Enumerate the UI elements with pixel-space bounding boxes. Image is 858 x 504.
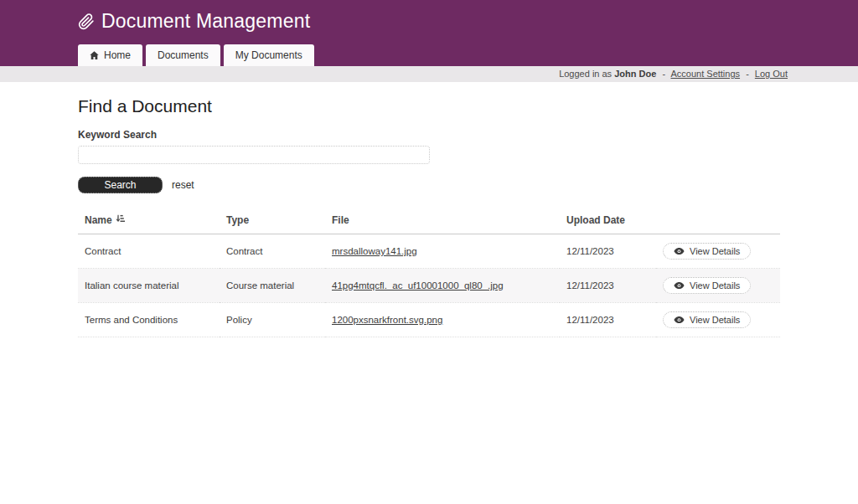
eye-icon	[674, 248, 685, 255]
tab-documents[interactable]: Documents	[146, 44, 220, 66]
paperclip-icon	[78, 13, 95, 31]
tab-my-documents[interactable]: My Documents	[224, 44, 314, 66]
tab-home[interactable]: Home	[78, 44, 142, 66]
column-header-actions	[656, 208, 780, 234]
doc-type: Policy	[220, 303, 325, 337]
doc-type: Course material	[220, 269, 325, 303]
doc-upload-date: 12/11/2023	[560, 303, 656, 337]
documents-table: Name Type File Upload Date	[78, 208, 780, 337]
keyword-search-input[interactable]	[78, 146, 430, 164]
doc-type: Contract	[220, 234, 325, 269]
tab-my-documents-label: My Documents	[235, 44, 302, 66]
view-details-button[interactable]: View Details	[663, 311, 751, 328]
column-header-name[interactable]: Name	[78, 208, 220, 234]
table-header-row: Name Type File Upload Date	[78, 208, 780, 234]
doc-name: Italian course material	[78, 269, 220, 303]
eye-icon	[674, 282, 685, 290]
home-icon	[90, 51, 99, 60]
account-settings-link[interactable]: Account Settings	[671, 69, 741, 79]
app-title: Document Management	[78, 10, 780, 33]
doc-name: Terms and Conditions	[78, 303, 220, 337]
tab-documents-label: Documents	[158, 44, 209, 66]
doc-file-link[interactable]: 1200pxsnarkfront.svg.png	[332, 315, 442, 325]
doc-name: Contract	[78, 234, 220, 269]
table-row: Italian course material Course material …	[78, 269, 780, 303]
view-details-button[interactable]: View Details	[663, 243, 751, 260]
app-header: Document Management Home Documents My Do…	[0, 0, 858, 66]
search-button[interactable]: Search	[78, 177, 163, 193]
app-title-text: Document Management	[101, 10, 310, 33]
keyword-search-label: Keyword Search	[78, 129, 780, 141]
doc-file-link[interactable]: mrsdalloway141.jpg	[332, 246, 417, 256]
logged-in-username: John Doe	[614, 69, 656, 79]
view-details-button[interactable]: View Details	[663, 277, 751, 294]
view-details-label: View Details	[690, 315, 740, 325]
sort-icon	[116, 214, 125, 226]
separator: -	[746, 69, 749, 79]
separator: -	[662, 69, 665, 79]
column-header-file: File	[325, 208, 560, 234]
view-details-label: View Details	[690, 280, 740, 291]
table-row: Contract Contract mrsdalloway141.jpg 12/…	[78, 234, 780, 269]
doc-file-link[interactable]: 41pg4mtqcfl._ac_uf10001000_ql80_.jpg	[332, 280, 504, 291]
main-content: Find a Document Keyword Search Search re…	[78, 96, 780, 337]
eye-icon	[674, 316, 685, 324]
table-row: Terms and Conditions Policy 1200pxsnarkf…	[78, 303, 780, 337]
main-nav: Home Documents My Documents	[78, 44, 314, 66]
logged-in-prefix: Logged in as	[559, 69, 612, 79]
tab-home-label: Home	[104, 44, 131, 66]
account-bar: Logged in as John Doe - Account Settings…	[0, 66, 858, 82]
view-details-label: View Details	[690, 246, 740, 256]
doc-upload-date: 12/11/2023	[560, 234, 656, 269]
log-out-link[interactable]: Log Out	[755, 69, 788, 79]
page-title: Find a Document	[78, 96, 780, 116]
column-header-upload-date: Upload Date	[560, 208, 656, 234]
doc-upload-date: 12/11/2023	[560, 269, 656, 303]
reset-link[interactable]: reset	[172, 179, 194, 191]
column-header-type: Type	[220, 208, 325, 234]
